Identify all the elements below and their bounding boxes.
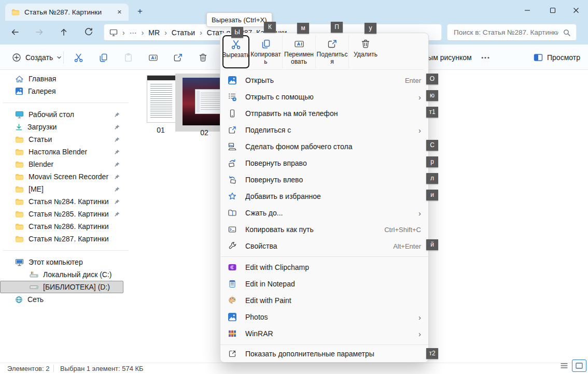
keytip-badge: С [426, 140, 438, 151]
menu-item-show-more-options[interactable]: Показать дополнительные параметры [220, 344, 428, 362]
context-action-delete[interactable]: Удалить [349, 35, 382, 68]
sidebar-item-drive-d[interactable]: [БИБЛИОТЕКА] (D:) [0, 281, 123, 293]
sidebar-item-drive-c[interactable]: Локальный диск (C:) [0, 268, 123, 281]
new-tab-button[interactable]: + [134, 5, 146, 18]
breadcrumb-item[interactable]: MR [148, 28, 160, 37]
share-button[interactable] [168, 50, 188, 65]
maximize-button[interactable] [541, 0, 565, 20]
sidebar-item-folder[interactable]: Статья №285. Картинки [0, 208, 123, 220]
search-input[interactable] [453, 28, 559, 37]
menu-item-photos[interactable]: Photos › [220, 309, 428, 325]
sidebar-item-folder[interactable]: Статья №287. Картинки [0, 233, 123, 245]
sidebar-item-folder[interactable]: Статья №286. Картинки [0, 220, 123, 233]
file-item[interactable]: 01 [147, 75, 175, 134]
close-button[interactable] [564, 0, 588, 20]
sidebar-item-folder[interactable]: [ME] [0, 183, 123, 195]
menu-item-share-with[interactable]: Поделиться с › [220, 122, 428, 138]
share-icon [327, 38, 338, 50]
sidebar-item-home[interactable]: Главная [0, 73, 123, 85]
keytip-badge: Ы [231, 27, 243, 38]
menu-item-set-wallpaper[interactable]: Сделать фоном рабочего стола [220, 138, 428, 155]
menu-item-add-favorite[interactable]: Добавить в избранное [220, 188, 428, 205]
monitor-icon [109, 29, 118, 36]
split-view-icon [533, 52, 543, 63]
pin-icon [114, 137, 120, 142]
submenu-chevron-icon: › [418, 209, 421, 218]
cut-button[interactable] [68, 50, 88, 65]
keytip-badge: т2 [426, 348, 438, 359]
menu-item-compress[interactable]: Сжать до... › [220, 205, 428, 221]
rename-button[interactable] [143, 50, 163, 65]
menu-item-rotate-left[interactable]: Повернуть влево [220, 171, 428, 188]
plus-circle-icon [11, 52, 22, 63]
sidebar-separator [3, 103, 129, 103]
keytip-badge: и [426, 190, 438, 200]
chevron-right-icon: › [122, 29, 125, 36]
view-button[interactable]: Просмотр [530, 50, 583, 65]
more-dots-icon: ••• [481, 54, 491, 61]
menu-item-send-to-phone[interactable]: Отправить на мой телефон [220, 105, 428, 122]
sidebar-item-desktop[interactable]: Рабочий стол [0, 108, 123, 121]
menu-item-paint[interactable]: Edit with Paint [220, 292, 428, 309]
context-action-share[interactable]: Поделиться [316, 35, 349, 68]
sidebar-item-folder[interactable]: Статьи [0, 133, 123, 146]
sidebar-item-folder[interactable]: Blender [0, 158, 123, 170]
sidebar-item-downloads[interactable]: Загрузки [0, 121, 123, 133]
minimize-button[interactable] [515, 0, 539, 20]
folder-icon [15, 223, 24, 230]
paint-palette-icon [227, 296, 237, 305]
downloads-icon [15, 123, 23, 131]
search-box[interactable] [447, 24, 577, 41]
items-count: Элементов: 2 [7, 365, 49, 372]
menu-item-rotate-right[interactable]: Повернуть вправо [220, 155, 428, 171]
pin-icon [114, 149, 120, 155]
sidebar-item-folder[interactable]: Movavi Screen Recorder [0, 170, 123, 183]
up-button[interactable] [56, 25, 72, 39]
computer-icon [15, 258, 24, 266]
keytip-badge: у [365, 23, 376, 34]
status-bar: Элементов: 2 Выбран 1 элемент: 574 КБ [0, 363, 588, 374]
sidebar-item-folder[interactable]: Настолка Blender [0, 146, 123, 158]
breadcrumb-item[interactable]: Статьи [172, 28, 195, 37]
chevron-right-icon: › [200, 29, 202, 36]
menu-item-properties[interactable]: Свойства Alt+Enter [220, 238, 428, 254]
context-action-copy[interactable]: Копировать [249, 35, 283, 68]
delete-button[interactable] [193, 50, 213, 65]
submenu-chevron-icon: › [418, 313, 421, 322]
menu-item-notepad[interactable]: Edit in Notepad [220, 276, 428, 292]
open-with-icon [227, 92, 237, 102]
forward-button[interactable] [32, 25, 47, 39]
sidebar-item-this-pc[interactable]: Этот компьютер [0, 256, 123, 268]
sidebar-item-gallery[interactable]: Галерея [0, 85, 123, 97]
details-view-button[interactable] [557, 359, 571, 372]
menu-item-open[interactable]: Открыть Enter [220, 72, 428, 89]
menu-item-open-with[interactable]: Открыть с помощью › [220, 89, 428, 105]
keytip-badge: р [426, 156, 438, 167]
explorer-tab[interactable]: Статья №287. Картинки ✕ [5, 4, 129, 21]
clipchamp-icon [227, 263, 237, 272]
create-button[interactable]: Создать [7, 50, 66, 65]
back-button[interactable] [7, 25, 23, 39]
chevron-down-icon [57, 55, 62, 60]
menu-item-copy-path[interactable]: Копировать как путь Ctrl+Shift+C [220, 221, 428, 238]
submenu-chevron-icon: › [418, 93, 421, 102]
menu-item-winrar[interactable]: WinRAR › [220, 325, 428, 342]
context-menu-action-row: Вырезать Копировать Переименовать Подели… [222, 35, 424, 70]
tab-close-icon[interactable]: ✕ [115, 8, 124, 17]
paste-button[interactable] [118, 50, 138, 65]
breadcrumb-overflow[interactable]: ⋯ [130, 29, 137, 36]
see-more-button[interactable]: ••• [478, 50, 494, 65]
tooltip: Вырезать (Ctrl+X) [206, 12, 272, 27]
context-action-rename[interactable]: Переименовать [283, 35, 316, 68]
pin-icon [114, 162, 120, 167]
view-label: Просмотр [547, 53, 580, 62]
context-action-cut[interactable]: Вырезать [222, 35, 249, 68]
sidebar-item-network[interactable]: Сеть [0, 293, 123, 306]
thumbnail-view-button[interactable] [572, 359, 586, 372]
pin-icon [114, 211, 120, 217]
copy-button[interactable] [93, 50, 113, 65]
menu-item-clipchamp[interactable]: Edit with Clipchamp [220, 259, 428, 276]
folder-icon [15, 136, 24, 143]
sidebar-item-folder[interactable]: Статья №284. Картинки [0, 195, 123, 208]
refresh-button[interactable] [81, 25, 96, 39]
